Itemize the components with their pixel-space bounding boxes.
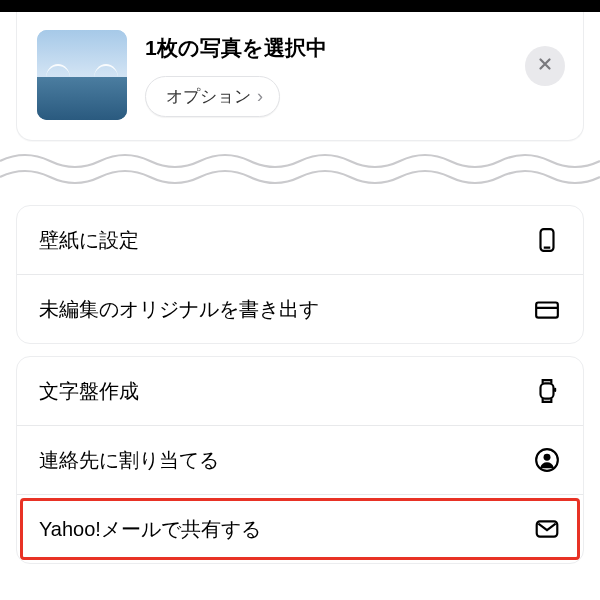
row-assign-contact[interactable]: 連絡先に割り当てる xyxy=(17,425,583,494)
mail-icon xyxy=(533,515,561,543)
content-gap-separator xyxy=(0,149,600,193)
folder-icon xyxy=(533,295,561,323)
action-section-1: 壁紙に設定 未編集のオリジナルを書き出す xyxy=(16,205,584,344)
svg-rect-5 xyxy=(554,388,556,392)
row-label: Yahoo!メールで共有する xyxy=(39,516,261,543)
selection-title: 1枚の写真を選択中 xyxy=(145,34,563,62)
window-top-black xyxy=(0,0,600,12)
svg-rect-2 xyxy=(536,303,558,318)
svg-rect-4 xyxy=(541,383,554,398)
row-label: 文字盤作成 xyxy=(39,378,139,405)
photo-thumbnail[interactable] xyxy=(37,30,127,120)
row-label: 壁紙に設定 xyxy=(39,227,139,254)
phone-icon xyxy=(533,226,561,254)
options-button[interactable]: オプション › xyxy=(145,76,280,117)
share-sheet-header: 1枚の写真を選択中 オプション › xyxy=(16,12,584,141)
close-button[interactable] xyxy=(525,46,565,86)
row-share-yahoo-mail[interactable]: Yahoo!メールで共有する xyxy=(17,494,583,563)
row-create-watchface[interactable]: 文字盤作成 xyxy=(17,357,583,425)
action-section-2: 文字盤作成 連絡先に割り当てる Yahoo!メールで共有する xyxy=(16,356,584,564)
row-label: 連絡先に割り当てる xyxy=(39,447,219,474)
watch-icon xyxy=(533,377,561,405)
contact-icon xyxy=(533,446,561,474)
row-label: 未編集のオリジナルを書き出す xyxy=(39,296,319,323)
chevron-right-icon: › xyxy=(257,86,263,107)
row-set-wallpaper[interactable]: 壁紙に設定 xyxy=(17,206,583,274)
row-export-original[interactable]: 未編集のオリジナルを書き出す xyxy=(17,274,583,343)
close-icon xyxy=(536,55,554,77)
svg-point-7 xyxy=(544,454,551,461)
options-label: オプション xyxy=(166,85,251,108)
